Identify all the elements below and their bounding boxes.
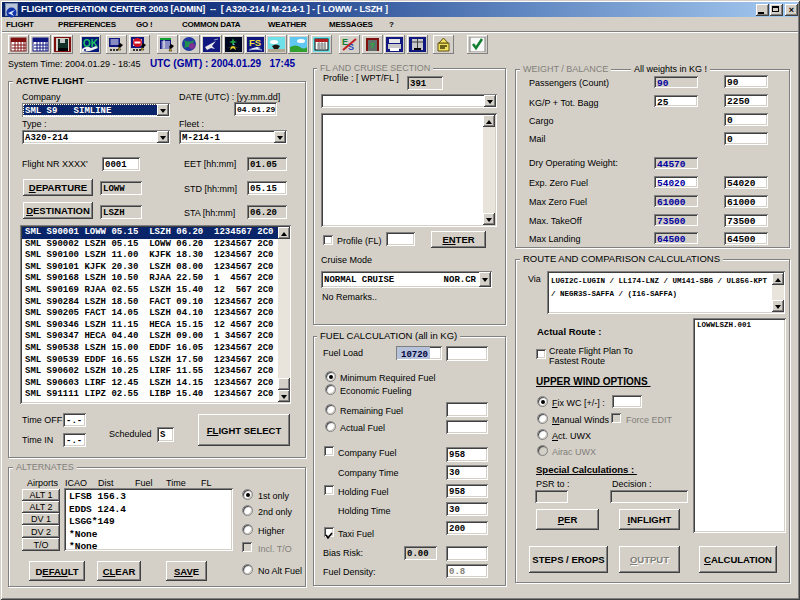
svg-text:FS: FS <box>249 37 261 48</box>
svg-text:?: ? <box>370 41 375 50</box>
